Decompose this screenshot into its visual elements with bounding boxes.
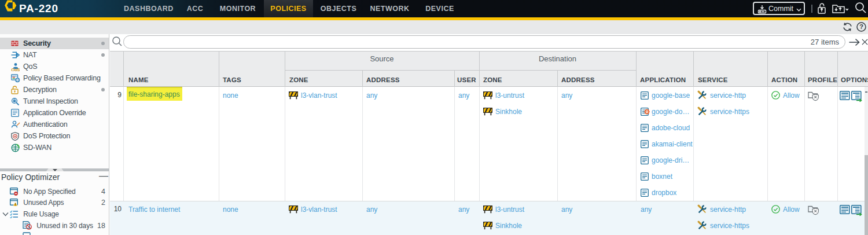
svg-text:?: ? xyxy=(859,23,863,30)
svg-text:QoS: QoS xyxy=(12,67,20,71)
